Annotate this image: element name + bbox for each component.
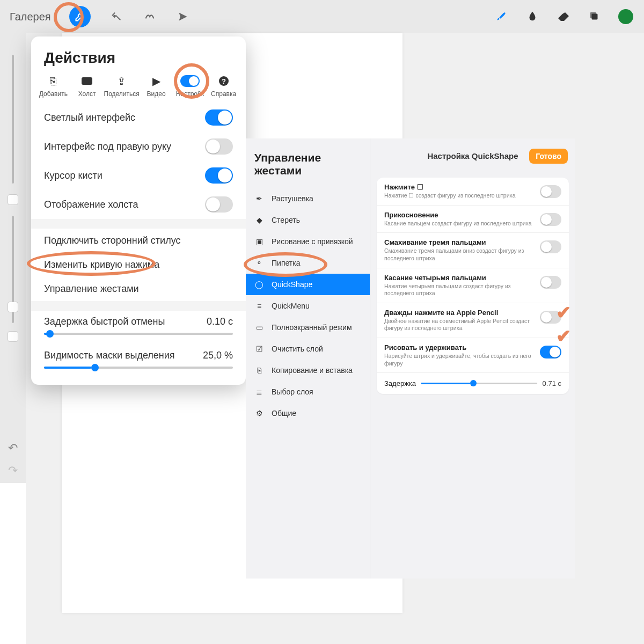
tab-share[interactable]: ⇪Поделиться: [104, 74, 140, 98]
actions-title: Действия: [31, 36, 246, 74]
quickshape-panel: Настройка QuickShape Готово Нажмите ☐Наж…: [370, 138, 575, 579]
actions-popover: Действия ⎘Добавить Холст ⇪Поделиться ▶Ви…: [31, 36, 246, 385]
transform-arrow-icon[interactable]: [175, 9, 191, 24]
gesture-item-general[interactable]: ⚙Общие: [246, 402, 370, 424]
qs-row-hold: Рисовать и удерживатьНарисуйте штрих и у…: [377, 338, 569, 373]
svg-rect-2: [82, 77, 92, 85]
toggle-brush-cursor[interactable]: [205, 167, 233, 184]
gesture-item-layerselect[interactable]: ≣Выбор слоя: [246, 381, 370, 402]
gesture-list-panel: Управление жестами ✒Растушевка ◆Стереть …: [246, 138, 370, 579]
qs-toggle-touch[interactable]: [540, 213, 561, 226]
qs-delay-row: Задержка 0.71 с: [377, 373, 569, 394]
toggle-canvas-view-row: Отображение холста: [31, 190, 246, 219]
qs-toggle-tap4[interactable]: [540, 276, 561, 289]
toggle-light-ui-row: Светлый интерфейс: [31, 103, 246, 132]
svg-rect-1: [590, 12, 596, 18]
qs-row-touch: ПрикосновениеКасание пальцем создаст фиг…: [377, 206, 569, 233]
slider-mask-visibility[interactable]: Видимость маски выделения25,0 %: [31, 345, 246, 369]
qs-row-swipe3: Смахивание тремя пальцамиСмахивание трем…: [377, 233, 569, 268]
qs-toggle-swipe3[interactable]: [540, 240, 561, 253]
gesture-item-assisted[interactable]: ▣Рисование с привязкой: [246, 231, 370, 252]
gesture-item-quickmenu[interactable]: ≡QuickMenu: [246, 295, 370, 317]
brush-size-slider[interactable]: [12, 55, 14, 184]
gallery-button[interactable]: Галерея: [10, 11, 51, 23]
quickshape-options-card: Нажмите ☐Нажатие ☐ создаст фигуру из пос…: [377, 178, 569, 394]
tab-add[interactable]: ⎘Добавить: [36, 74, 70, 98]
layers-icon[interactable]: [587, 9, 602, 24]
tab-video[interactable]: ▶Видео: [140, 74, 173, 98]
undo-button[interactable]: ↶: [0, 441, 26, 455]
erase-icon[interactable]: [556, 9, 571, 24]
brush-size-thumb[interactable]: [8, 194, 18, 205]
toggle-brush-cursor-row: Курсор кисти: [31, 161, 246, 190]
brush-icon[interactable]: [494, 9, 509, 24]
qs-delay-slider[interactable]: [421, 383, 537, 384]
undo-redo-area: ↶ ↷: [0, 436, 26, 483]
annotation-circle-gesture-link: [27, 251, 156, 276]
gesture-item-clear[interactable]: ☑Очистить слой: [246, 338, 370, 360]
tab-canvas[interactable]: Холст: [70, 74, 104, 98]
annotation-circle-settings-tab: [174, 63, 209, 99]
done-button[interactable]: Готово: [529, 149, 568, 164]
qs-row-tap4: Касание четырьмя пальцамиНажатие четырьм…: [377, 268, 569, 303]
svg-text:?: ?: [222, 77, 226, 85]
gesture-list-title: Управление жестами: [246, 151, 370, 188]
side-sliders: [0, 33, 26, 473]
quickshape-title: Настройка QuickShape: [427, 151, 518, 160]
annotation-check-delay: ✔: [556, 325, 571, 347]
qs-toggle-tap[interactable]: [540, 185, 561, 198]
qs-row-tap: Нажмите ☐Нажатие ☐ создаст фигуру из пос…: [377, 178, 569, 206]
gesture-item-smudge[interactable]: ✒Растушевка: [246, 188, 370, 209]
adjust-icon[interactable]: [109, 9, 124, 24]
gesture-item-fullscreen[interactable]: ▭Полноэкранный режим: [246, 317, 370, 338]
toggle-canvas-view[interactable]: [205, 196, 233, 213]
annotation-check-hold: ✔: [556, 302, 571, 323]
redo-button[interactable]: ↷: [0, 464, 26, 478]
annotation-circle-quickshape-item: [244, 252, 327, 277]
smudge-icon[interactable]: [525, 9, 540, 24]
opacity-thumb[interactable]: [8, 331, 18, 342]
color-picker-button[interactable]: [618, 9, 633, 24]
annotation-circle-wrench: [54, 2, 84, 32]
toggle-light-ui[interactable]: [205, 109, 233, 126]
link-connect-stylus[interactable]: Подключить сторонний стилус: [31, 229, 246, 253]
qs-row-pencil2: Дважды нажмите на Apple PencilДвойное на…: [377, 303, 569, 338]
qs-toggle-hold[interactable]: [540, 346, 561, 358]
link-gesture-control[interactable]: Управление жестами: [31, 277, 246, 301]
tab-help[interactable]: ?Справка: [207, 74, 240, 98]
actions-tabs: ⎘Добавить Холст ⇪Поделиться ▶Видео Настр…: [31, 74, 246, 103]
top-toolbar: Галерея: [0, 0, 644, 33]
toggle-right-hand-row: Интерфейс под правую руку: [31, 132, 246, 161]
selection-icon[interactable]: [142, 9, 157, 24]
gesture-item-quickshape[interactable]: ◯QuickShape: [246, 274, 370, 295]
gesture-item-erase[interactable]: ◆Стереть: [246, 209, 370, 231]
gesture-item-copypaste[interactable]: ⎘Копирование и вставка: [246, 360, 370, 381]
toggle-right-hand[interactable]: [205, 138, 233, 155]
modifier-button[interactable]: [8, 302, 18, 312]
slider-undo-delay[interactable]: Задержка быстрой отмены0.10 с: [31, 311, 246, 335]
